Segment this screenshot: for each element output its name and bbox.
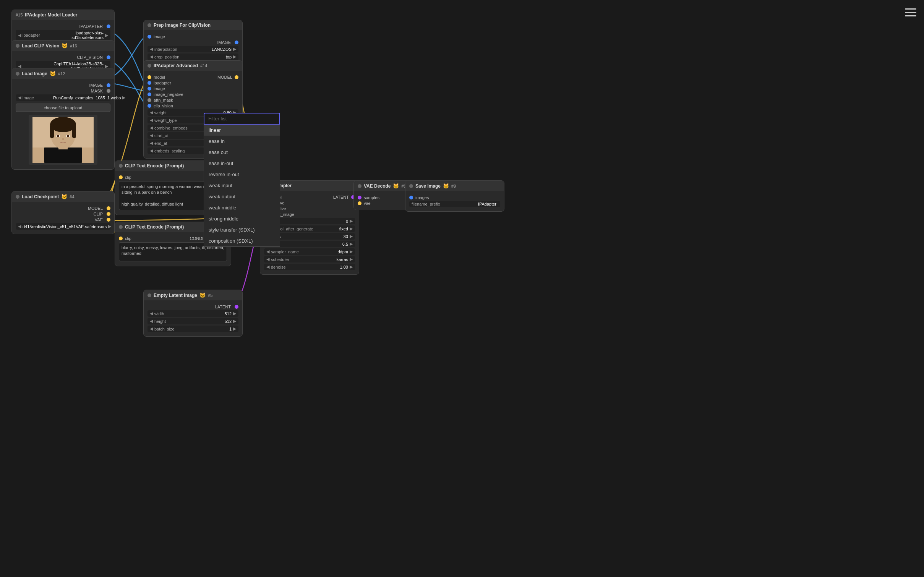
node-header-load-image: Load Image 🐱 #12	[12, 68, 114, 79]
dropdown-item-ease-in[interactable]: ease in	[204, 136, 280, 147]
node-title: CLIP Text Encode (Prompt)	[125, 163, 184, 169]
arrow-right[interactable]: ▶	[350, 234, 353, 239]
widget-value: fixed	[313, 227, 350, 231]
widget-height[interactable]: ◀ height 512 ▶	[148, 318, 238, 324]
widget-value: ipadapter-plus-sd15.safetensors	[53, 31, 105, 40]
node-id: #15	[16, 13, 23, 17]
dropdown-item-style-transfer[interactable]: style transfer (SDXL)	[204, 224, 280, 235]
arrow-right[interactable]: ▶	[233, 47, 236, 52]
node-id: #5	[208, 293, 212, 298]
status-dot	[119, 225, 123, 229]
widget-sampler-name[interactable]: ◀ sampler_name ddpm ▶	[264, 248, 355, 255]
node-title: Prep Image For ClipVision	[154, 23, 211, 28]
arrow-left[interactable]: ◀	[150, 54, 153, 59]
widget-value: ddpm	[302, 250, 350, 254]
arrow-right[interactable]: ▶	[350, 241, 353, 246]
arrow-left[interactable]: ◀	[18, 33, 21, 38]
arrow-right[interactable]: ▶	[350, 264, 353, 269]
widget-filename-prefix[interactable]: filename_prefix IPAdapter	[409, 201, 500, 207]
arrow-right[interactable]: ▶	[350, 249, 353, 254]
arrow-left[interactable]: ◀	[150, 141, 153, 146]
arrow-right[interactable]: ▶	[233, 326, 236, 331]
widget-label: batch_size	[154, 327, 185, 331]
svg-rect-7	[72, 125, 76, 138]
input-image: image	[148, 86, 238, 91]
arrow-right[interactable]: ▶	[108, 224, 111, 229]
widget-scheduler[interactable]: ◀ scheduler karras ▶	[264, 256, 355, 263]
dropdown-item-reverse-in-out[interactable]: reverse in-out	[204, 169, 280, 180]
status-dot	[16, 44, 19, 48]
node-title: IPAdapter Model Loader	[25, 12, 77, 18]
widget-width[interactable]: ◀ width 512 ▶	[148, 310, 238, 317]
widget-checkpoint-file[interactable]: ◀ d415realisticVision_v51_v51VAE.safeten…	[16, 223, 110, 230]
node-id: #9	[451, 184, 456, 188]
node-id: #14	[200, 63, 207, 68]
widget-label: end_at	[154, 141, 185, 146]
dropdown-item-weak-output[interactable]: weak output	[204, 191, 280, 202]
arrow-left[interactable]: ◀	[150, 125, 153, 130]
badge: 🐱	[50, 71, 56, 76]
badge: 🐱	[62, 43, 68, 49]
arrow-right[interactable]: ▶	[233, 54, 236, 59]
widget-label: interpolation	[154, 47, 185, 52]
output-image: IMAGE	[148, 40, 238, 45]
arrow-left[interactable]: ◀	[18, 224, 21, 229]
arrow-left[interactable]: ◀	[266, 264, 269, 269]
widget-crop-position[interactable]: ◀ crop_position top ▶	[148, 53, 238, 60]
dropdown-item-linear[interactable]: linear	[204, 125, 280, 136]
arrow-right[interactable]: ▶	[233, 319, 236, 324]
dropdown-item-weak-input[interactable]: weak input	[204, 180, 280, 191]
port-clip-in	[119, 237, 123, 240]
widget-interpolation[interactable]: ◀ interpolation LANCZOS ▶	[148, 46, 238, 52]
node-header-clip-vision: Load CLIP Vision 🐱 #16	[12, 41, 114, 51]
arrow-left[interactable]: ◀	[150, 326, 153, 331]
badge: 🐱	[61, 194, 67, 199]
arrow-left[interactable]: ◀	[150, 133, 153, 138]
arrow-right[interactable]: ▶	[350, 257, 353, 262]
arrow-left[interactable]: ◀	[150, 47, 153, 52]
arrow-left[interactable]: ◀	[150, 110, 153, 115]
node-load-checkpoint: Load Checkpoint 🐱 #4 MODEL CLIP VAE ◀ d4…	[11, 191, 115, 234]
widget-label: denoise	[271, 265, 302, 269]
widget-value: 30	[302, 234, 350, 239]
arrow-right[interactable]: ▶	[105, 33, 108, 38]
node-header-prep-image: Prep Image For ClipVision	[144, 20, 242, 30]
dropdown-item-ease-out[interactable]: ease out	[204, 147, 280, 158]
arrow-right[interactable]: ▶	[122, 95, 125, 100]
port-attn-mask-in	[148, 98, 151, 102]
arrow-left[interactable]: ◀	[266, 257, 269, 262]
arrow-left[interactable]: ◀	[18, 95, 21, 100]
status-dot	[148, 23, 151, 27]
node-header-empty-latent: Empty Latent Image 🐱 #5	[144, 290, 242, 300]
choose-file-button[interactable]: choose file to upload	[16, 104, 110, 112]
widget-denoise[interactable]: ◀ denoise 1.00 ▶	[264, 264, 355, 270]
arrow-left[interactable]: ◀	[266, 249, 269, 254]
widget-label: image	[23, 96, 53, 100]
arrow-right[interactable]: ▶	[350, 226, 353, 231]
arrow-left[interactable]: ◀	[150, 148, 153, 153]
dropdown-item-strong-middle[interactable]: strong middle	[204, 213, 280, 224]
arrow-right[interactable]: ▶	[233, 311, 236, 316]
status-dot	[119, 164, 123, 168]
arrow-right[interactable]: ▶	[350, 219, 353, 224]
arrow-left[interactable]: ◀	[150, 118, 153, 123]
filter-input[interactable]	[204, 113, 280, 125]
widget-image-file[interactable]: ◀ image RunComfy_examples_1085_1.webp ▶	[16, 94, 110, 101]
hamburger-menu[interactable]	[905, 6, 916, 19]
arrow-left[interactable]: ◀	[150, 311, 153, 316]
input-clip-vision: clip_vision	[148, 104, 238, 108]
widget-label: weight_type	[154, 118, 185, 123]
portrait-svg	[32, 117, 94, 163]
weight-type-dropdown[interactable]: linear ease in ease out ease in-out reve…	[204, 113, 280, 247]
dropdown-item-composition[interactable]: composition (SDXL)	[204, 235, 280, 246]
dropdown-item-ease-in-out[interactable]: ease in-out	[204, 158, 280, 169]
output-clip: CLIP	[16, 212, 110, 216]
widget-ipadapter-file[interactable]: ◀ ipadapter ipadapter-plus-sd15.safetens…	[16, 30, 110, 41]
status-dot	[16, 195, 19, 199]
node-empty-latent: Empty Latent Image 🐱 #5 LATENT ◀ width 5…	[143, 290, 243, 337]
arrow-left[interactable]: ◀	[150, 319, 153, 324]
svg-point-12	[62, 138, 64, 140]
widget-value: top	[185, 55, 233, 59]
dropdown-item-weak-middle[interactable]: weak middle	[204, 202, 280, 213]
widget-batch-size[interactable]: ◀ batch_size 1 ▶	[148, 326, 238, 332]
